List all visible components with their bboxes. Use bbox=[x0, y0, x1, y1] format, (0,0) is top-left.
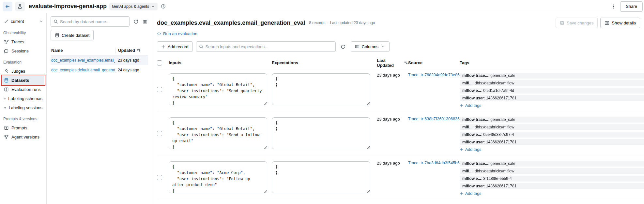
column-header-name[interactable]: Name bbox=[51, 48, 115, 53]
dataset-row[interactable]: doc_examples.default.email_generati... 2… bbox=[51, 65, 148, 75]
trace-source-link[interactable]: Trace: tr-768204d9fde73e862f bbox=[408, 71, 460, 108]
section-title-observability: Observability bbox=[3, 31, 43, 35]
trace-source-link[interactable]: Trace: tr-7ba3d64db3f545b60a bbox=[408, 159, 460, 196]
tag-pill[interactable]: mlflow.trace...generate_sale bbox=[460, 161, 644, 167]
save-changes-button[interactable]: Save changes bbox=[556, 18, 598, 28]
slash-circle-icon bbox=[4, 19, 9, 24]
dataset-updated: 24 days ago bbox=[115, 68, 148, 72]
kebab-icon bbox=[611, 4, 616, 9]
column-header-source: Source bbox=[408, 60, 460, 65]
chevron-down-icon bbox=[39, 19, 43, 23]
column-header-updated[interactable]: Updated bbox=[115, 48, 141, 53]
tags-cell: mlflow.trace...generate_sale mlfl...dbfs… bbox=[460, 159, 644, 196]
sidebar-item-datasets[interactable]: Datasets bbox=[2, 76, 44, 85]
refresh-datasets-button[interactable] bbox=[133, 17, 139, 26]
database-icon bbox=[55, 33, 59, 37]
last-updated-text: Last updated 23 days ago bbox=[330, 21, 375, 25]
tag-pill[interactable]: mlflow.user14866286171781 bbox=[460, 139, 644, 145]
columns-dropdown-button[interactable]: Columns bbox=[351, 41, 390, 52]
tag-pill[interactable]: mlflow.user14866286171781 bbox=[460, 95, 644, 101]
add-tags-button[interactable]: Add tags bbox=[460, 103, 481, 108]
row-checkbox[interactable] bbox=[157, 131, 162, 136]
inputs-editor[interactable]: { "customer_name": "Global Retail", "use… bbox=[169, 117, 267, 149]
sidebar-item-agent-versions[interactable]: Agent versions bbox=[2, 132, 44, 141]
expectations-editor[interactable]: { } bbox=[272, 73, 370, 105]
dataset-row[interactable]: doc_examples.eval_examples.email_... 23 … bbox=[51, 55, 148, 65]
tag-pill[interactable]: mlfl...dbfs:/databricks/mlflow bbox=[460, 168, 644, 174]
record-row: { "customer_name": "Global Retail", "use… bbox=[157, 68, 644, 112]
sidebar-item-label: Prompts bbox=[11, 125, 27, 130]
refresh-icon bbox=[341, 44, 345, 49]
columns-icon bbox=[143, 19, 147, 24]
tag-pill[interactable]: mlflow.e...0f5d1a1d-7a9f-4d bbox=[460, 88, 644, 94]
workspace-selector[interactable]: current bbox=[2, 16, 44, 26]
sidebar-item-evaluation-runs[interactable]: Evaluation runs bbox=[2, 85, 44, 94]
tag-pill[interactable]: mlflow.e...3f1c8f8e-e559-4 bbox=[460, 176, 644, 182]
sidebar-item-sessions[interactable]: Sessions bbox=[2, 46, 44, 55]
column-header-last-updated[interactable]: Last Updated bbox=[377, 58, 408, 68]
app-type-selector[interactable]: GenAI apps & agents bbox=[109, 3, 158, 10]
expectations-editor[interactable]: { } bbox=[272, 117, 370, 149]
inputs-editor[interactable]: { "customer_name": "Acme Corp", "user_in… bbox=[169, 161, 267, 193]
add-tags-button[interactable]: Add tags bbox=[460, 147, 481, 152]
sidebar: current Observability Traces Sessions Ev… bbox=[0, 13, 47, 204]
overflow-menu-button[interactable] bbox=[609, 2, 618, 11]
plus-icon bbox=[460, 104, 464, 108]
run-evaluation-link[interactable]: Run an evaluation bbox=[157, 31, 197, 36]
tag-pill[interactable]: mlflow.trace...generate_sale bbox=[460, 117, 644, 123]
row-checkbox[interactable] bbox=[157, 175, 162, 180]
records-search-box bbox=[196, 41, 336, 52]
sidebar-item-traces[interactable]: Traces bbox=[2, 37, 44, 46]
create-dataset-button[interactable]: Create dataset bbox=[51, 30, 94, 40]
plus-icon bbox=[460, 148, 464, 152]
add-tags-button[interactable]: Add tags bbox=[460, 191, 481, 196]
records-table-header: Inputs Expectations Last Updated Source … bbox=[157, 58, 644, 68]
select-all-checkbox[interactable] bbox=[157, 60, 162, 66]
sessions-icon bbox=[4, 49, 9, 53]
record-last-updated: 23 days ago bbox=[377, 159, 408, 196]
records-search-input[interactable] bbox=[206, 44, 333, 49]
add-record-button[interactable]: Add record bbox=[157, 41, 193, 52]
chevron-down-icon bbox=[381, 45, 385, 49]
dataset-title: doc_examples.eval_examples.email_generat… bbox=[157, 20, 305, 26]
section-title-prompts-versions: Prompts & versions bbox=[3, 117, 43, 121]
sidebar-item-judges[interactable]: Judges bbox=[2, 66, 44, 76]
record-row: { "customer_name": "Global Retail", "use… bbox=[157, 112, 644, 156]
dataset-updated: 23 days ago bbox=[115, 58, 148, 63]
dataset-table-header: Name Updated bbox=[51, 46, 148, 55]
database-icon bbox=[4, 78, 9, 83]
letter-t-box-icon bbox=[4, 125, 9, 130]
dataset-list-panel: Create dataset Name Updated doc_examples… bbox=[47, 13, 152, 204]
sidebar-item-labeling-schemas[interactable]: Labeling schemas bbox=[2, 94, 44, 103]
row-checkbox[interactable] bbox=[157, 87, 162, 92]
tag-pill[interactable]: mlflow.e...05e48d38-7c97-4 bbox=[460, 132, 644, 138]
dataset-search-box bbox=[51, 16, 130, 27]
plus-minus-box-icon bbox=[4, 87, 9, 92]
dataset-search-input[interactable] bbox=[60, 19, 127, 24]
create-dataset-label: Create dataset bbox=[62, 33, 89, 38]
expectations-editor[interactable]: { } bbox=[272, 161, 370, 193]
arrow-left-icon bbox=[5, 4, 10, 9]
section-title-evaluation: Evaluation bbox=[3, 60, 43, 65]
trace-source-link[interactable]: Trace: tr-638b7f26013068355c bbox=[408, 115, 460, 152]
sidebar-item-label: Labeling schemas bbox=[8, 96, 42, 101]
list-columns-button[interactable] bbox=[142, 17, 148, 26]
dataset-table: Name Updated doc_examples.eval_examples.… bbox=[51, 46, 148, 75]
sidebar-item-prompts[interactable]: Prompts bbox=[2, 123, 44, 132]
tag-pill[interactable]: mlflow.user14866286171781 bbox=[460, 183, 644, 189]
versions-graph-icon bbox=[4, 135, 9, 139]
show-details-button[interactable]: Show details bbox=[600, 18, 640, 28]
dataset-name-link[interactable]: doc_examples.default.email_generati... bbox=[51, 68, 115, 72]
column-header-inputs: Inputs bbox=[169, 60, 272, 65]
record-count: 8 records bbox=[309, 21, 325, 25]
share-button[interactable]: Share bbox=[620, 1, 643, 12]
back-button[interactable] bbox=[3, 2, 12, 11]
info-icon[interactable] bbox=[161, 4, 166, 9]
sidebar-item-labeling-sessions[interactable]: Labeling sessions bbox=[2, 103, 44, 112]
inputs-editor[interactable]: { "customer_name": "Global Retail", "use… bbox=[169, 73, 267, 105]
tag-pill[interactable]: mlflow.trace...generate_sale bbox=[460, 73, 644, 79]
refresh-records-button[interactable] bbox=[339, 42, 347, 51]
dataset-name-link[interactable]: doc_examples.eval_examples.email_... bbox=[51, 58, 115, 63]
tag-pill[interactable]: mlfl...dbfs:/databricks/mlflow bbox=[460, 124, 644, 130]
tag-pill[interactable]: mlfl...dbfs:/databricks/mlflow bbox=[460, 80, 644, 86]
